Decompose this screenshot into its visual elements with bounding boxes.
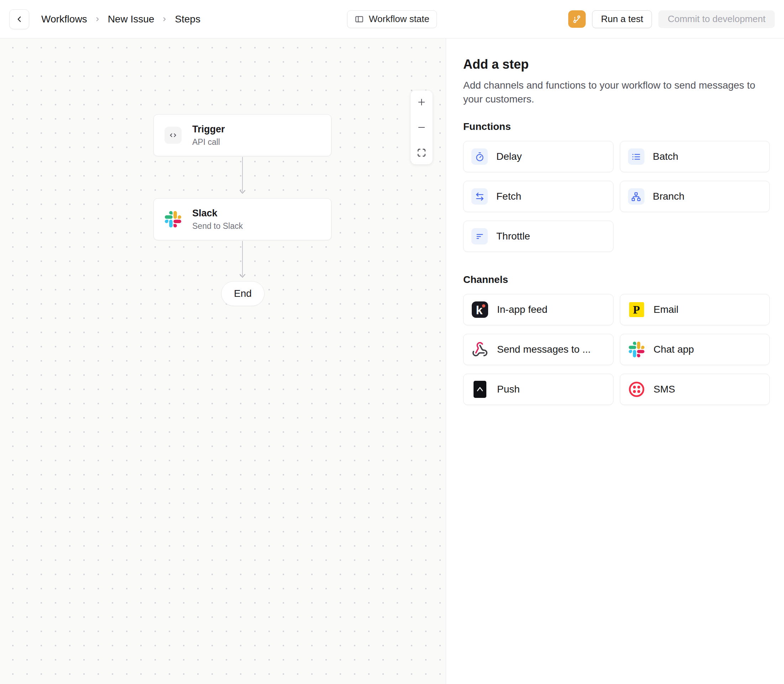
- node-slack[interactable]: Slack Send to Slack: [154, 198, 331, 240]
- card-label: Throttle: [496, 231, 530, 242]
- panel-description: Add channels and functions to your workf…: [463, 78, 762, 106]
- card-label: Send messages to ...: [497, 344, 591, 355]
- arrow-down-icon: [239, 189, 246, 194]
- back-button[interactable]: [9, 9, 29, 29]
- arrows-left-right-icon: [471, 188, 488, 205]
- sitemap-icon: [628, 188, 645, 205]
- node-title: Slack: [192, 208, 243, 219]
- slack-icon: [165, 211, 181, 228]
- function-card-throttle[interactable]: Throttle: [463, 221, 613, 252]
- maximize-icon: [417, 148, 426, 157]
- list-icon: [628, 148, 645, 165]
- channel-card-in-app-feed[interactable]: k In-app feed: [463, 294, 613, 325]
- plus-icon: [417, 97, 427, 107]
- git-branch-icon: [572, 14, 582, 24]
- card-label: Delay: [496, 151, 522, 162]
- chevron-right-icon: [161, 16, 168, 23]
- expo-caret-icon: [471, 381, 488, 398]
- commit-label: Commit to development: [668, 13, 766, 24]
- run-test-button[interactable]: Run a test: [592, 10, 652, 28]
- channel-card-sms[interactable]: SMS: [620, 374, 770, 405]
- node-title: Trigger: [192, 124, 225, 135]
- function-card-batch[interactable]: Batch: [620, 141, 770, 172]
- header-actions: Run a test Commit to development: [568, 10, 775, 28]
- top-bar: Workflows New Issue Steps Workflow state…: [0, 0, 784, 39]
- slack-icon: [628, 341, 645, 358]
- channels-grid: k In-app feed P Email Send messages to .…: [463, 294, 770, 405]
- chevron-left-icon: [15, 15, 24, 24]
- functions-grid: Delay Batch Fetch Branch Throttle: [463, 141, 770, 252]
- minus-icon: [417, 123, 427, 132]
- webhook-icon: [471, 341, 488, 358]
- zoom-in-button[interactable]: [415, 96, 428, 108]
- workflow-state-button[interactable]: Workflow state: [347, 10, 437, 28]
- card-label: Chat app: [654, 344, 694, 355]
- connector-line: [242, 157, 243, 192]
- channel-card-email[interactable]: P Email: [620, 294, 770, 325]
- chevron-right-icon: [94, 16, 101, 23]
- code-icon: [165, 127, 181, 144]
- node-trigger[interactable]: Trigger API call: [154, 114, 331, 156]
- panel-title: Add a step: [463, 57, 770, 72]
- card-label: Push: [497, 384, 520, 395]
- card-label: SMS: [654, 384, 676, 395]
- functions-section-label: Functions: [463, 121, 770, 132]
- card-label: In-app feed: [497, 304, 548, 315]
- run-test-label: Run a test: [601, 13, 643, 24]
- card-label: Batch: [653, 151, 679, 162]
- breadcrumb-workflows[interactable]: Workflows: [41, 13, 87, 25]
- node-end[interactable]: End: [221, 281, 265, 306]
- function-card-branch[interactable]: Branch: [620, 181, 770, 212]
- breadcrumb: Workflows New Issue Steps: [41, 13, 200, 25]
- timer-icon: [471, 148, 488, 165]
- card-label: Branch: [653, 191, 685, 202]
- function-card-delay[interactable]: Delay: [463, 141, 613, 172]
- workflow-canvas[interactable]: Trigger API call Slack Send to Slack End: [0, 39, 446, 684]
- knock-icon: k: [471, 301, 488, 318]
- add-step-panel: Add a step Add channels and functions to…: [446, 39, 784, 684]
- card-label: Fetch: [496, 191, 521, 202]
- channel-card-chat-app[interactable]: Chat app: [620, 334, 770, 365]
- breadcrumb-steps: Steps: [175, 13, 200, 25]
- canvas-controls: [411, 90, 433, 165]
- node-text: Trigger API call: [192, 124, 225, 147]
- card-label: Email: [654, 304, 679, 315]
- workflow-state-label: Workflow state: [369, 13, 429, 24]
- channel-card-push[interactable]: Push: [463, 374, 613, 405]
- filter-lines-icon: [471, 228, 488, 245]
- commit-to-development-button[interactable]: Commit to development: [658, 10, 775, 28]
- channels-section-label: Channels: [463, 274, 770, 286]
- arrow-down-icon: [239, 273, 246, 278]
- node-subtitle: API call: [192, 137, 225, 147]
- end-label: End: [234, 288, 252, 299]
- node-subtitle: Send to Slack: [192, 221, 243, 231]
- function-card-fetch[interactable]: Fetch: [463, 181, 613, 212]
- breadcrumb-new-issue[interactable]: New Issue: [108, 13, 155, 25]
- side-panel-icon: [355, 15, 364, 24]
- zoom-out-button[interactable]: [415, 121, 428, 134]
- channel-card-webhook[interactable]: Send messages to ...: [463, 334, 613, 365]
- commit-log-button[interactable]: [568, 10, 586, 28]
- fit-view-button[interactable]: [415, 147, 428, 159]
- connector-line: [242, 241, 243, 276]
- postmark-icon: P: [628, 301, 645, 318]
- node-text: Slack Send to Slack: [192, 208, 243, 231]
- twilio-icon: [628, 381, 645, 398]
